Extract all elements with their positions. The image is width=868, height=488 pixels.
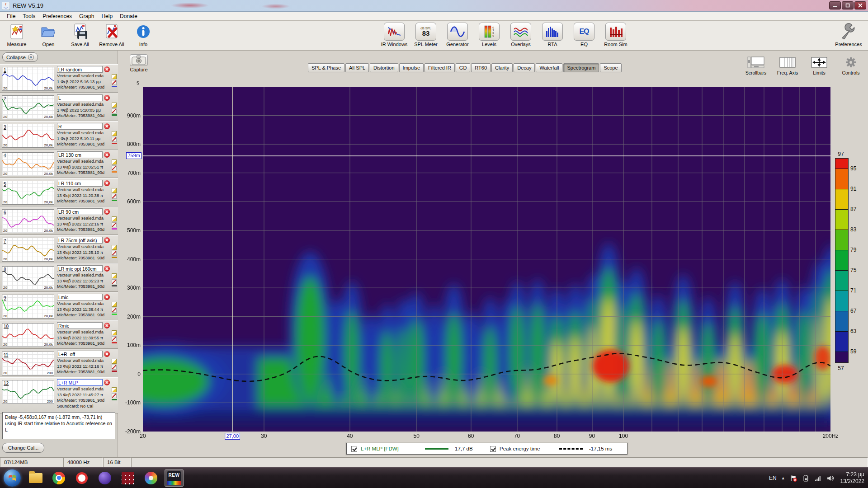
- measurement-name-input[interactable]: [57, 379, 103, 386]
- close-button[interactable]: [854, 1, 866, 9]
- tab-clarity[interactable]: Clarity: [491, 63, 513, 72]
- save-all-button[interactable]: Save All: [67, 23, 93, 47]
- measurement-name-input[interactable]: [57, 180, 103, 187]
- trace-pencil-icon[interactable]: [112, 80, 117, 85]
- tab-waterfall[interactable]: Waterfall: [536, 63, 562, 72]
- measurement-name-input[interactable]: [57, 94, 103, 101]
- eq-button[interactable]: EQ EQ: [571, 23, 597, 47]
- room-sim-button[interactable]: Room Sim: [603, 23, 629, 47]
- trace-pencil-icon[interactable]: [112, 308, 117, 313]
- measurement-entry[interactable]: 52020,0kVecteur wall sealed.mda13 Φεβ 20…: [0, 178, 118, 206]
- measurement-entry[interactable]: 12020,0kVecteur wall sealed.mda1 Φεβ 202…: [0, 64, 118, 93]
- change-cal-button[interactable]: Change Cal...: [2, 443, 44, 453]
- tab-distortion[interactable]: Distortion: [370, 63, 398, 72]
- menu-item-graph[interactable]: Graph: [76, 12, 97, 20]
- language-indicator[interactable]: EN: [769, 475, 777, 481]
- measurement-entry[interactable]: 82020,0kVecteur wall sealed.mda13 Φεβ 20…: [0, 263, 118, 292]
- tab-rt60[interactable]: RT60: [471, 63, 491, 72]
- menu-item-donate[interactable]: Donate: [117, 12, 141, 20]
- notes-icon[interactable]: [112, 188, 117, 193]
- freq-axis-button[interactable]: Freq. Axis: [775, 56, 800, 75]
- action-center-icon[interactable]: [790, 474, 797, 482]
- remove-all-button[interactable]: Remove All: [99, 23, 125, 47]
- measurement-name-input[interactable]: [57, 151, 103, 158]
- delete-measurement-button[interactable]: [104, 66, 110, 72]
- measurement-entry[interactable]: 32020,0kVecteur wall sealed.mda1 Φεβ 202…: [0, 121, 118, 150]
- battery-icon[interactable]: [802, 474, 810, 482]
- delete-measurement-button[interactable]: [104, 323, 110, 328]
- controls-button[interactable]: Controls: [838, 56, 863, 75]
- tab-impulse[interactable]: Impulse: [399, 63, 424, 72]
- ir-windows-button[interactable]: IR Windows: [381, 23, 407, 47]
- measurement-entry[interactable]: 1120200Vecteur wall sealed.mda13 Φεβ 202…: [0, 349, 118, 377]
- delete-measurement-button[interactable]: [104, 266, 110, 272]
- measurement-name-input[interactable]: [57, 66, 103, 73]
- notes-icon[interactable]: [112, 103, 117, 108]
- tray-expand-icon[interactable]: ▲: [781, 476, 785, 480]
- measure-button[interactable]: Measure: [4, 23, 30, 47]
- trace-pencil-icon[interactable]: [112, 222, 117, 227]
- notes-icon[interactable]: [112, 131, 117, 136]
- trace-pencil-icon[interactable]: [112, 194, 117, 199]
- measurement-name-input[interactable]: [57, 265, 103, 272]
- delete-measurement-button[interactable]: [104, 95, 110, 101]
- delete-measurement-button[interactable]: [104, 180, 110, 186]
- measurement-name-input[interactable]: [57, 237, 103, 244]
- speaker-icon[interactable]: [826, 474, 834, 482]
- network-signal-icon[interactable]: [814, 474, 822, 482]
- delete-measurement-button[interactable]: [104, 209, 110, 215]
- notes-icon[interactable]: [112, 216, 117, 221]
- collapse-button[interactable]: Collapse «: [2, 52, 38, 62]
- measurement-entry[interactable]: 42020,0kVecteur wall sealed.mda13 Φεβ 20…: [0, 150, 118, 178]
- tab-gd[interactable]: GD: [456, 63, 471, 72]
- capture-button[interactable]: Capture: [127, 54, 151, 72]
- menu-item-preferences[interactable]: Preferences: [39, 12, 75, 20]
- rew-taskbar-button[interactable]: REW: [165, 469, 184, 487]
- trace-pencil-icon[interactable]: [112, 393, 117, 398]
- clock[interactable]: 7:23 μμ 13/2/2022: [840, 471, 864, 485]
- graphics-app-taskbar-button[interactable]: [142, 469, 160, 487]
- delete-measurement-button[interactable]: [104, 294, 110, 300]
- maximize-button[interactable]: [842, 1, 854, 9]
- measurement-name-input[interactable]: [57, 294, 103, 300]
- tab-all-spl[interactable]: All SPL: [345, 63, 369, 72]
- trace-pencil-icon[interactable]: [112, 108, 117, 113]
- measurement-name-input[interactable]: [57, 123, 103, 130]
- trace-pencil-icon[interactable]: [112, 251, 117, 256]
- measurement-entry[interactable]: 92020,0kVecteur wall sealed.mda13 Φεβ 20…: [0, 292, 118, 320]
- notes-icon[interactable]: [112, 245, 117, 250]
- trace-pencil-icon[interactable]: [112, 365, 117, 370]
- tab-filtered-ir[interactable]: Filtered IR: [425, 63, 455, 72]
- trace-pencil-icon[interactable]: [112, 336, 117, 341]
- minimize-button[interactable]: [829, 1, 841, 9]
- delete-measurement-button[interactable]: [104, 237, 110, 243]
- scrollbars-button[interactable]: Scrollbars: [743, 56, 769, 75]
- notes-icon[interactable]: [112, 302, 117, 307]
- notes-icon[interactable]: [112, 330, 117, 335]
- delete-measurement-button[interactable]: [104, 152, 110, 158]
- trace-checkbox[interactable]: [351, 446, 357, 452]
- notes-icon[interactable]: [112, 74, 117, 79]
- measurement-entry[interactable]: 102020,0kVecteur wall sealed.mda13 Φεβ 2…: [0, 320, 118, 349]
- opera-taskbar-button[interactable]: [72, 469, 91, 487]
- chrome-taskbar-button[interactable]: [49, 469, 68, 487]
- tab-spectrogram[interactable]: Spectrogram: [563, 63, 599, 72]
- notes-icon[interactable]: [112, 273, 117, 278]
- delete-measurement-button[interactable]: [104, 351, 110, 357]
- tab-scope[interactable]: Scope: [600, 63, 621, 72]
- measurement-name-input[interactable]: [57, 208, 103, 215]
- open-button[interactable]: Open: [35, 23, 61, 47]
- delete-measurement-button[interactable]: [104, 123, 110, 129]
- measurement-name-input[interactable]: [57, 322, 103, 329]
- spl-meter-button[interactable]: dB SPL83 SPL Meter: [413, 23, 439, 47]
- measurement-entry[interactable]: 22020,0kVecteur wall sealed.mda1 Φεβ 202…: [0, 93, 118, 121]
- limits-button[interactable]: Limits: [807, 56, 832, 75]
- tab-spl-phase[interactable]: SPL & Phase: [308, 63, 344, 72]
- generator-button[interactable]: Generator: [444, 23, 471, 47]
- start-button[interactable]: [4, 469, 21, 487]
- spectrogram-plot[interactable]: [143, 87, 830, 432]
- trace-pencil-icon[interactable]: [112, 137, 117, 142]
- notes-icon[interactable]: [112, 160, 117, 164]
- rta-button[interactable]: RTA: [539, 23, 566, 47]
- menu-item-tools[interactable]: Tools: [19, 12, 38, 20]
